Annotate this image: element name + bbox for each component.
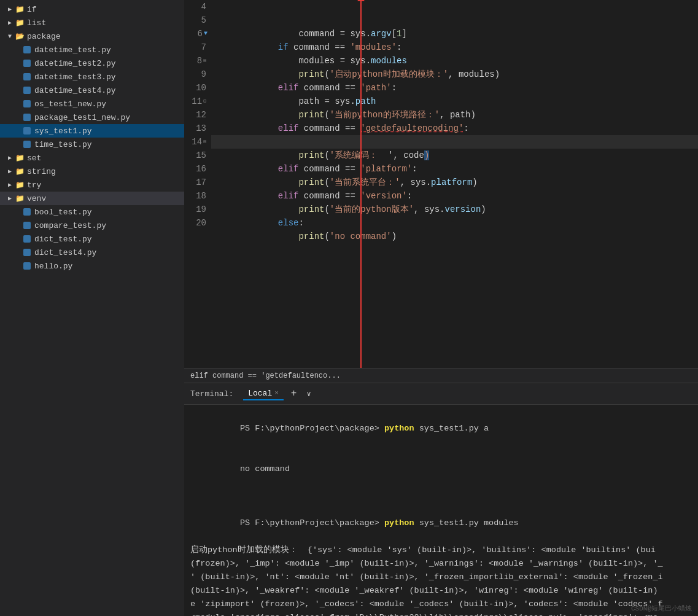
sidebar-item-label: if [27,5,37,14]
terminal-line [190,489,692,503]
code-line-11: print('当前python的环境路径：', path) [211,95,698,108]
sidebar-item-datetime-test[interactable]: datetime_test.py [0,43,184,57]
main-area: if list package datetime_test.py datetim… [0,0,698,616]
sidebar-item-set[interactable]: set [0,151,184,165]
sidebar-item-if[interactable]: if [0,2,184,16]
file-icon [22,72,32,82]
sidebar-item-try[interactable]: try [0,178,184,192]
chevron-icon [5,153,15,163]
sidebar-item-label: time_test.py [34,140,92,149]
sidebar-item-label: package [27,32,61,41]
file-icon [22,220,32,230]
terminal-dropdown-button[interactable]: ∨ [304,389,313,399]
code-line-18: print('当前的python版本', sys.version) [211,189,698,203]
code-line-12: elif command == 'getdefaultencoding': [211,108,698,122]
file-icon [22,261,32,271]
file-icon [22,58,32,68]
file-icon [22,99,32,109]
terminal-area: Terminal: Local × + ∨ PS F:\pythonProjec… [184,383,698,616]
code-content[interactable]: command = sys.argv[1] if command == 'mod… [211,0,698,368]
code-line-8: print('启动python时加载的模块：', modules) [211,54,698,68]
terminal-line: (built-in)>, '_weakref': <module '_weakr… [190,584,692,598]
sidebar-item-label: datetime_test.py [34,45,111,55]
chevron-icon [5,193,15,203]
code-line-17: elif command == 'version': [211,176,698,189]
sidebar-item-label: hello.py [34,262,72,271]
file-icon [22,234,32,244]
sidebar-item-label: sys_test1.py [34,127,92,136]
watermark: CSDN@短尾巴小蜡烛 [631,604,692,613]
sidebar-item-os-test1[interactable]: os_test1_new.py [0,97,184,111]
sidebar-item-datetime-test3[interactable]: datetime_test3.py [0,70,184,84]
folder-icon [15,18,25,28]
terminal-line: (frozen)>, '_imp': <module '_imp' (built… [190,557,692,571]
code-line-16: print('当前系统平台：', sys.platform) [211,162,698,176]
terminal-tab-close[interactable]: × [274,389,279,397]
sidebar-item-label: try [27,181,41,190]
sidebar-item-dict-test4[interactable]: dict_test4.py [0,246,184,259]
chevron-icon [5,31,15,41]
editor-area: 4 5 6 ▼ 7 8 ⊟ 9 10 11 ⊟ [184,0,698,383]
code-line-4 [211,0,698,14]
terminal-content[interactable]: PS F:\pythonProject\package> python sys_… [184,405,698,616]
folder-icon [15,153,25,163]
sidebar-item-label: dict_test.py [34,235,92,244]
terminal-line: no command [190,449,692,489]
sidebar-item-compare-test[interactable]: compare_test.py [0,219,184,232]
terminal-line: ' (built-in)>, 'nt': <module 'nt' (built… [190,571,692,584]
folder-icon [15,31,25,41]
sidebar-item-time-test[interactable]: time_test.py [0,138,184,151]
code-line-10: path = sys.path [211,81,698,95]
sidebar-item-dict-test[interactable]: dict_test.py [0,232,184,246]
terminal-line: e 'zipimport' (frozen)>, '_codecs': <mod… [190,598,692,611]
code-line-15: elif command == 'platform': [211,149,698,162]
chevron-icon [5,4,15,14]
line-numbers: 4 5 6 ▼ 7 8 ⊟ 9 10 11 ⊟ [184,0,211,230]
sidebar-item-label: bool_test.py [34,208,92,217]
sidebar-item-package-test1[interactable]: package_test1_new.py [0,111,184,124]
code-line-14: print('系统编码： ', code) [211,135,698,149]
code-line-19: else: [211,203,698,216]
code-line-13: code = sys.getdefaultencoding() [211,122,698,135]
terminal-line: 启动python时加载的模块： {'sys': <module 'sys' (b… [190,544,692,557]
sidebar-item-label: string [27,167,56,176]
file-icon [22,126,32,136]
sidebar-item-datetime-test2[interactable]: datetime_test2.py [0,57,184,70]
chevron-icon [5,166,15,176]
sidebar-item-hello[interactable]: hello.py [0,259,184,273]
file-icon [22,85,32,95]
code-line-20: print('no command') [211,216,698,230]
sidebar-item-string[interactable]: string [0,165,184,178]
terminal-tab-local[interactable]: Local × [243,388,284,400]
terminal-add-button[interactable]: + [289,388,300,399]
sidebar-item-bool-test[interactable]: bool_test.py [0,205,184,219]
breadcrumb-text: elif command == 'getdefaultenco... [190,372,341,380]
chevron-icon [5,18,15,28]
terminal-prompt: PS F:\pythonProject\package> [240,424,384,433]
file-icon [22,112,32,122]
code-line-9: elif command == 'path': [211,68,698,81]
terminal-prompt: PS F:\pythonProject\package> [240,518,384,528]
sidebar-item-package[interactable]: package [0,29,184,43]
sidebar-item-label: package_test1_new.py [34,113,130,122]
code-view[interactable]: 4 5 6 ▼ 7 8 ⊟ 9 10 11 ⊟ [184,0,698,368]
code-line-7: modules = sys.modules [211,41,698,54]
terminal-command: python [384,424,414,433]
code-line-6: if command == 'modules': [211,27,698,41]
sidebar-item-sys-test1[interactable]: sys_test1.py [0,124,184,138]
terminal-command: python [384,518,414,528]
sidebar-item-label: set [27,154,41,163]
sidebar-item-venv[interactable]: venv [0,192,184,205]
file-icon [22,248,32,257]
code-line-5: command = sys.argv[1] [211,14,698,27]
sidebar-item-list[interactable]: list [0,16,184,29]
folder-icon [15,4,25,14]
sidebar-item-label: os_test1_new.py [34,99,106,109]
sidebar-item-label: datetime_test4.py [34,86,116,95]
sidebar-item-label: venv [27,194,46,203]
sidebar-item-datetime-test4[interactable]: datetime_test4.py [0,84,184,97]
terminal-tab-label: Local [248,389,272,398]
sidebar: if list package datetime_test.py datetim… [0,0,184,616]
terminal-line: PS F:\pythonProject\package> python sys_… [190,503,692,544]
chevron-icon [5,180,15,190]
